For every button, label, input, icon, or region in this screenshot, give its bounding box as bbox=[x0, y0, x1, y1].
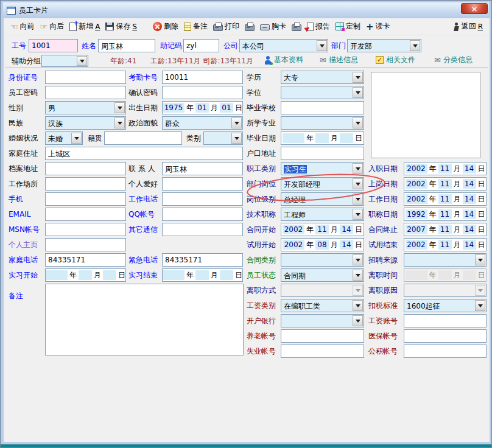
prev-button[interactable]: ☜向前 bbox=[9, 20, 37, 33]
basic-info-link[interactable]: 基本资料 bbox=[264, 55, 303, 65]
emp-no-input[interactable]: 1001 bbox=[29, 39, 78, 52]
print-preview-button-1[interactable] bbox=[243, 21, 256, 32]
medical-acc-input[interactable] bbox=[404, 329, 487, 343]
nation-select[interactable]: 汉族 bbox=[45, 116, 126, 130]
remark-textarea[interactable] bbox=[45, 284, 244, 355]
mnemonic-input[interactable]: zyl bbox=[183, 39, 219, 52]
confirm-pwd-input[interactable] bbox=[162, 86, 243, 99]
chevron-down-icon[interactable] bbox=[410, 40, 420, 51]
chevron-down-icon[interactable] bbox=[353, 72, 363, 83]
gender-select[interactable]: 男 bbox=[45, 101, 126, 114]
print-button[interactable]: 打印 bbox=[211, 20, 241, 33]
chevron-down-icon[interactable] bbox=[71, 133, 82, 144]
onboard-date-input[interactable]: 2002年11月14日 bbox=[404, 177, 487, 191]
workplace-input[interactable] bbox=[45, 177, 126, 191]
note-button[interactable]: 备注 bbox=[182, 20, 209, 33]
degree-select[interactable] bbox=[281, 86, 364, 99]
save-button[interactable]: 保存S bbox=[104, 20, 139, 33]
major-select[interactable] bbox=[281, 116, 364, 130]
category-info-link[interactable]: ✉分类信息 bbox=[434, 55, 473, 65]
file-address-input[interactable] bbox=[45, 162, 126, 175]
chevron-down-icon[interactable] bbox=[353, 194, 363, 205]
email-input[interactable] bbox=[45, 208, 126, 221]
attend-card-input[interactable]: 10011 bbox=[162, 71, 243, 84]
msn-input[interactable] bbox=[45, 223, 126, 236]
chevron-down-icon[interactable] bbox=[353, 315, 363, 326]
education-select[interactable]: 大专 bbox=[281, 71, 364, 84]
chevron-down-icon[interactable] bbox=[353, 163, 363, 174]
aux-group-select[interactable] bbox=[41, 55, 88, 67]
salary-type-select[interactable]: 在编职工类 bbox=[281, 299, 364, 312]
close-button[interactable]: × bbox=[461, 3, 488, 14]
urgent-phone-input[interactable]: 84335171 bbox=[162, 253, 243, 267]
read-card-button[interactable]: +读卡 bbox=[364, 20, 392, 33]
chevron-down-icon[interactable] bbox=[475, 300, 485, 311]
id-card-input[interactable] bbox=[45, 71, 126, 84]
contact-input[interactable]: 周玉林 bbox=[162, 162, 243, 175]
unemploy-acc-input[interactable] bbox=[281, 345, 364, 358]
homepage-input[interactable] bbox=[45, 238, 126, 251]
other-comm-input[interactable] bbox=[162, 223, 243, 236]
chevron-down-icon[interactable] bbox=[475, 254, 485, 265]
related-files-link[interactable]: ✓相关文件 bbox=[376, 55, 415, 65]
political-select[interactable]: 群众 bbox=[162, 116, 243, 130]
birth-date-input[interactable]: 1975年01月01日 bbox=[162, 101, 243, 114]
tech-title-select[interactable]: 工程师 bbox=[281, 208, 364, 221]
chevron-down-icon[interactable] bbox=[353, 209, 363, 220]
chevron-down-icon[interactable] bbox=[114, 102, 125, 113]
description-info-link[interactable]: ✉描述信息 bbox=[320, 55, 358, 65]
school-input[interactable] bbox=[281, 101, 364, 114]
registered-addr-input[interactable] bbox=[281, 147, 364, 160]
title-bar[interactable]: 员工卡片 bbox=[3, 2, 489, 18]
name-input[interactable]: 周玉林 bbox=[98, 39, 155, 52]
chevron-down-icon[interactable] bbox=[353, 254, 363, 265]
work-date-input[interactable]: 2002年11月14日 bbox=[404, 192, 487, 206]
delete-button[interactable]: 删除 bbox=[151, 20, 180, 33]
probation-start-input[interactable]: 2002年08月14日 bbox=[281, 238, 364, 251]
qq-input[interactable] bbox=[162, 208, 243, 221]
badge-button[interactable]: 胸卡 bbox=[258, 20, 288, 33]
company-select[interactable]: 本公司 bbox=[239, 39, 328, 52]
password-input[interactable] bbox=[45, 86, 126, 99]
intern-start-input[interactable]: 年月日 bbox=[45, 268, 126, 282]
staff-type-select[interactable]: 实习生 bbox=[281, 162, 364, 175]
mobile-input[interactable] bbox=[45, 192, 126, 206]
chevron-down-icon[interactable] bbox=[353, 87, 363, 98]
chevron-down-icon[interactable] bbox=[114, 117, 125, 128]
contract-end-input[interactable]: 2007年11月14日 bbox=[404, 223, 487, 236]
chevron-down-icon[interactable] bbox=[353, 270, 363, 281]
chevron-down-icon[interactable] bbox=[353, 300, 363, 311]
print-preview-button-2[interactable] bbox=[290, 21, 303, 32]
contract-start-input[interactable]: 2002年11月14日 bbox=[281, 223, 364, 236]
department-select[interactable]: 开发部 bbox=[347, 39, 421, 52]
grad-date-input[interactable]: 年月日 bbox=[281, 131, 364, 145]
bank-select[interactable] bbox=[281, 314, 364, 327]
chevron-down-icon[interactable] bbox=[77, 56, 87, 66]
contract-type-select[interactable] bbox=[281, 253, 364, 267]
salary-acc-input[interactable] bbox=[404, 314, 487, 327]
chevron-down-icon[interactable] bbox=[353, 178, 363, 189]
chevron-down-icon[interactable] bbox=[231, 133, 242, 144]
hire-date-input[interactable]: 2002年11月14日 bbox=[404, 162, 487, 175]
report-button[interactable]: 报告 bbox=[305, 20, 332, 33]
fund-acc-input[interactable] bbox=[404, 345, 487, 358]
new-button[interactable]: +新增A bbox=[68, 20, 102, 33]
probation-end-input[interactable]: 2002年11月14日 bbox=[404, 238, 487, 251]
home-phone-input[interactable]: 84335171 bbox=[45, 253, 126, 267]
work-phone-input[interactable] bbox=[162, 192, 243, 206]
title-date-input[interactable]: 1992年11月14日 bbox=[404, 208, 487, 221]
tax-std-select[interactable]: 1600起征 bbox=[404, 299, 487, 312]
photo-area[interactable] bbox=[371, 72, 480, 158]
recruit-source-select[interactable] bbox=[404, 253, 487, 267]
next-button[interactable]: ☞向后 bbox=[38, 20, 66, 33]
customize-button[interactable]: 定制 bbox=[334, 20, 362, 33]
return-button[interactable]: 返回R bbox=[451, 20, 485, 33]
home-address-input[interactable]: 上城区 bbox=[45, 147, 243, 160]
chevron-down-icon[interactable] bbox=[317, 40, 327, 51]
post-level-select[interactable]: 总经理 bbox=[281, 192, 364, 206]
dept-post-select[interactable]: 开发部经理 bbox=[281, 177, 364, 191]
marital-select[interactable]: 未婚 bbox=[45, 131, 83, 145]
chevron-down-icon[interactable] bbox=[231, 117, 242, 128]
emp-status-select[interactable]: 合同期 bbox=[281, 268, 364, 282]
hobby-input[interactable] bbox=[162, 177, 243, 191]
